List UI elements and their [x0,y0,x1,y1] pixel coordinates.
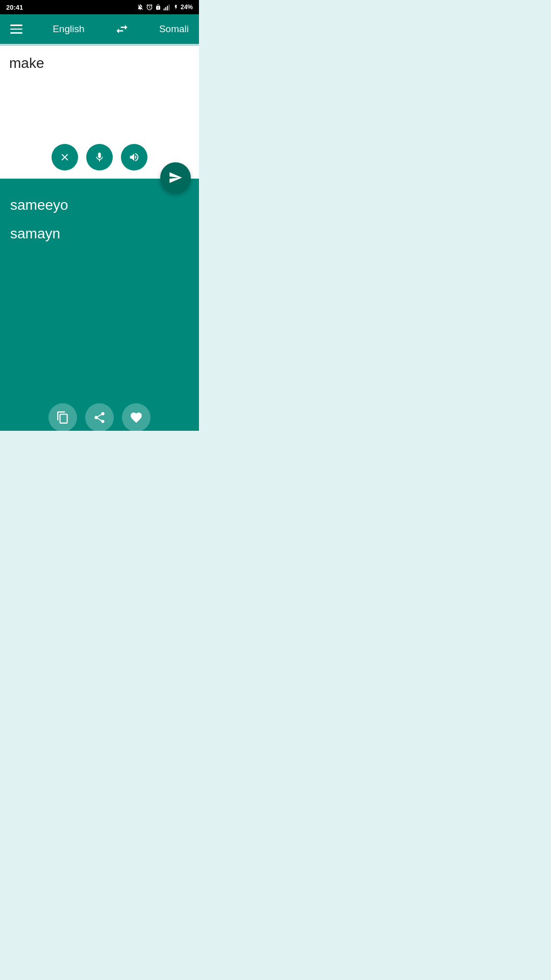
svg-rect-3 [169,4,170,10]
battery-level: 24% [181,4,193,11]
send-button[interactable] [160,162,191,193]
x-icon [59,152,70,163]
svg-rect-1 [165,7,166,10]
lock-icon [155,4,161,11]
mic-icon [94,152,105,163]
input-actions [52,144,147,170]
target-language[interactable]: Somali [159,23,189,35]
share-button[interactable] [85,403,114,431]
status-icons: 24% [137,4,193,11]
send-icon [168,170,183,185]
microphone-button[interactable] [86,144,113,170]
copy-button[interactable] [48,403,77,431]
status-time: 20:41 [6,4,23,11]
volume-icon [129,152,140,163]
bottom-actions [48,403,151,431]
source-language[interactable]: English [53,23,84,35]
translation-word-1: sameeyo [10,197,189,213]
translation-word-2: samayn [10,226,189,242]
signal-icon [163,4,171,11]
app-header: English Somali [0,14,199,44]
menu-button[interactable] [10,24,22,34]
swap-languages-button[interactable] [115,22,129,36]
mute-icon [137,4,144,11]
status-bar: 20:41 24% [0,0,199,14]
svg-rect-0 [164,8,165,10]
share-icon [93,411,106,424]
charging-icon [173,4,179,11]
alarm-icon [146,4,153,11]
input-text[interactable]: make [9,55,190,71]
speak-button[interactable] [121,144,147,170]
input-area: make [0,46,199,179]
favorite-button[interactable] [122,403,151,431]
svg-rect-2 [167,6,168,10]
heart-icon [130,411,143,424]
copy-icon [56,411,69,424]
clear-button[interactable] [52,144,78,170]
input-wrapper: make [0,46,199,179]
translation-area: sameeyo samayn [0,179,199,431]
